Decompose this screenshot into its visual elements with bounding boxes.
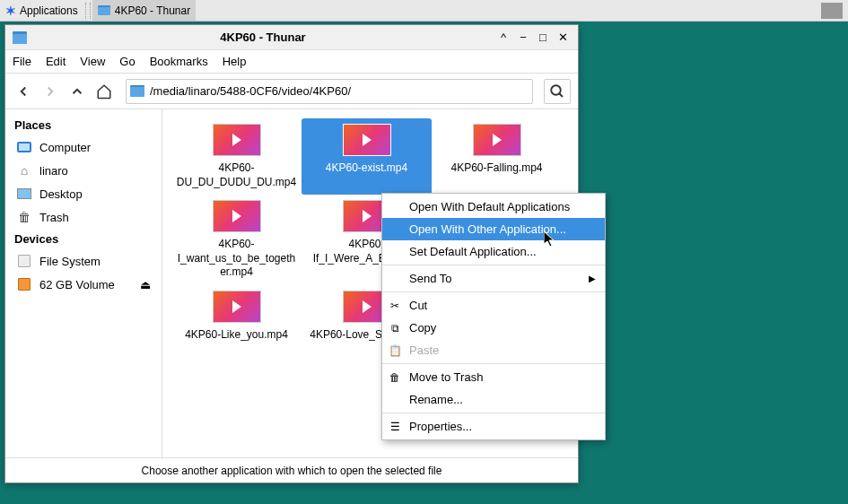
chevron-up-icon — [69, 83, 85, 100]
disk-icon — [16, 253, 32, 269]
file-label: 4KP60-DU_DU_DUDU_DU.mp4 — [175, 161, 298, 189]
menu-bookmarks[interactable]: Bookmarks — [150, 55, 208, 68]
context-label: Open With Other Application... — [409, 222, 566, 236]
context-rename[interactable]: Rename... — [382, 388, 605, 411]
context-properties[interactable]: ☰ Properties... — [382, 415, 605, 438]
taskbar: ✶ Applications 4KP60 - Thunar — [0, 0, 848, 22]
context-separator — [382, 265, 605, 265]
video-thumbnail — [213, 291, 261, 323]
context-send-to[interactable]: Send To ▶ — [382, 267, 605, 290]
sidebar-item-computer[interactable]: Computer — [5, 135, 162, 159]
context-label: Cut — [409, 299, 427, 312]
svg-point-0 — [551, 85, 561, 95]
folder-icon — [98, 5, 110, 15]
minimize-button[interactable]: − — [515, 30, 531, 46]
home-icon — [96, 83, 112, 100]
sidebar-item-label: Computer — [39, 141, 91, 154]
video-thumbnail — [213, 200, 261, 232]
statusbar: Choose another application with which to… — [5, 457, 578, 482]
search-icon — [549, 83, 565, 100]
play-icon — [363, 210, 372, 222]
context-open-default[interactable]: Open With Default Applications — [382, 196, 605, 218]
sidebar-item-filesystem[interactable]: File System — [5, 249, 162, 273]
menu-edit[interactable]: Edit — [46, 55, 66, 68]
context-label: Move to Trash — [409, 370, 483, 384]
context-label: Rename... — [409, 393, 463, 406]
file-label: 4KP60-Like_you.mp4 — [185, 328, 288, 343]
context-move-trash[interactable]: 🗑 Move to Trash — [382, 366, 605, 388]
sidebar-item-label: File System — [39, 255, 101, 268]
file-item[interactable]: 4KP60-I_want_us_to_be_together.mp4 — [171, 195, 302, 285]
folder-icon — [13, 31, 27, 44]
desktop-icon — [16, 186, 32, 202]
usb-icon — [16, 276, 32, 292]
video-thumbnail — [213, 124, 261, 156]
sidebar-item-volume[interactable]: 62 GB Volume ⏏ — [5, 273, 162, 296]
chevron-right-icon — [42, 83, 58, 100]
paste-icon: 📋 — [388, 343, 402, 358]
taskbar-applications-menu[interactable]: ✶ Applications — [0, 0, 83, 21]
submenu-arrow-icon: ▶ — [589, 274, 596, 283]
context-separator — [382, 413, 605, 413]
play-icon — [493, 134, 502, 146]
file-item[interactable]: 4KP60-Like_you.mp4 — [171, 285, 302, 348]
file-label: 4KP60-Falling.mp4 — [450, 161, 542, 176]
menu-go[interactable]: Go — [119, 55, 135, 68]
search-button[interactable] — [544, 79, 571, 104]
file-item[interactable]: 4KP60-Falling.mp4 — [432, 118, 562, 195]
path-input[interactable]: /media/linaro/5488-0CF6/video/4KP60/ — [126, 79, 533, 104]
sidebar-item-desktop[interactable]: Desktop — [5, 182, 162, 205]
context-menu: Open With Default Applications Open With… — [381, 193, 606, 440]
context-separator — [382, 291, 605, 292]
file-item[interactable]: 4KP60-DU_DU_DUDU_DU.mp4 — [171, 118, 302, 195]
svg-line-1 — [559, 93, 563, 97]
sidebar-item-home[interactable]: ⌂ linaro — [5, 159, 162, 182]
video-thumbnail — [473, 124, 521, 156]
sidebar-item-label: linaro — [39, 164, 68, 178]
context-label: Set Default Application... — [409, 245, 537, 258]
sidebar-item-label: 62 GB Volume — [39, 278, 115, 291]
taskbar-tray[interactable] — [821, 3, 843, 19]
taskbar-task-label: 4KP60 - Thunar — [115, 4, 191, 17]
shade-button[interactable]: ^ — [495, 30, 511, 46]
titlebar: 4KP60 - Thunar ^ − □ ✕ — [5, 25, 578, 50]
menu-file[interactable]: File — [13, 55, 31, 68]
toolbar: /media/linaro/5488-0CF6/video/4KP60/ — [5, 74, 578, 109]
sidebar-item-trash[interactable]: 🗑 Trash — [5, 205, 162, 229]
sidebar-item-label: Desktop — [39, 187, 83, 201]
maximize-button[interactable]: □ — [535, 30, 551, 46]
context-label: Copy — [409, 321, 436, 335]
trash-icon: 🗑 — [388, 370, 402, 385]
computer-icon — [16, 139, 32, 155]
up-button[interactable] — [66, 81, 88, 102]
chevron-left-icon — [15, 83, 31, 100]
context-copy[interactable]: ⧉ Copy — [382, 317, 605, 339]
back-button[interactable] — [13, 81, 34, 102]
places-heading: Places — [5, 115, 162, 135]
trash-icon: 🗑 — [16, 209, 32, 225]
file-item-selected[interactable]: 4KP60-exist.mp4 — [302, 118, 432, 195]
close-button[interactable]: ✕ — [555, 30, 571, 46]
sidebar: Places Computer ⌂ linaro Desktop 🗑 Trash… — [5, 109, 162, 457]
play-icon — [363, 300, 372, 313]
file-label: 4KP60-I_want_us_to_be_together.mp4 — [175, 238, 298, 280]
cut-icon: ✂ — [388, 299, 402, 313]
menu-view[interactable]: View — [80, 55, 105, 68]
context-open-other[interactable]: Open With Other Application... — [382, 218, 605, 240]
play-icon — [232, 210, 241, 222]
taskbar-task-thunar[interactable]: 4KP60 - Thunar — [92, 0, 197, 21]
context-separator — [382, 363, 605, 364]
status-text: Choose another application with which to… — [142, 465, 442, 477]
play-icon — [232, 300, 241, 313]
taskbar-applications-label: Applications — [20, 4, 78, 17]
menubar: File Edit View Go Bookmarks Help — [5, 50, 578, 74]
file-label: 4KP60-exist.mp4 — [326, 161, 407, 176]
context-set-default[interactable]: Set Default Application... — [382, 240, 605, 263]
context-paste: 📋 Paste — [382, 339, 605, 361]
context-label: Open With Default Applications — [409, 200, 570, 213]
forward-button[interactable] — [39, 81, 61, 102]
menu-help[interactable]: Help — [223, 55, 247, 68]
context-cut[interactable]: ✂ Cut — [382, 294, 605, 317]
eject-icon[interactable]: ⏏ — [140, 278, 151, 291]
home-button[interactable] — [93, 81, 115, 102]
